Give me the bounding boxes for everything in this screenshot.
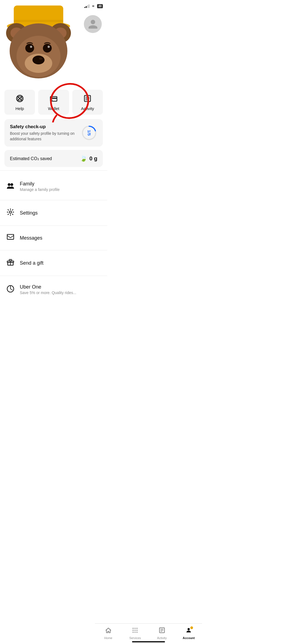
menu-list: Family Manage a family profile Settings: [0, 173, 107, 303]
menu-divider-1: [0, 200, 107, 200]
activity-icon: [84, 95, 91, 103]
battery-indicator: 40: [97, 4, 103, 8]
svg-point-32: [10, 183, 13, 186]
profile-avatar[interactable]: [84, 15, 102, 33]
wallet-button[interactable]: Wallet: [38, 90, 69, 115]
safety-card-description: Boost your safety profile by turning on …: [10, 131, 81, 142]
hero-area: [0, 0, 107, 85]
menu-item-send-gift[interactable]: Send a gift: [0, 253, 107, 273]
menu-divider-2: [0, 226, 107, 226]
send-gift-content: Send a gift: [20, 260, 43, 266]
co2-amount: 0 g: [89, 155, 97, 162]
section-divider: [0, 170, 107, 171]
uber-one-icon: [7, 285, 14, 294]
svg-point-11: [32, 56, 45, 64]
menu-item-messages[interactable]: Messages: [0, 228, 107, 248]
help-button[interactable]: Help: [4, 90, 35, 115]
family-sublabel: Manage a family profile: [20, 187, 60, 192]
svg-point-16: [48, 46, 50, 48]
status-bar: 40: [52, 0, 107, 12]
bear-illustration: [0, 0, 80, 81]
menu-divider-4: [0, 276, 107, 276]
uber-one-sublabel: Save 5% or more. Quality rides...: [20, 291, 76, 295]
settings-label: Settings: [20, 210, 38, 216]
svg-point-15: [30, 46, 32, 48]
svg-point-0: [93, 7, 93, 7]
progress-text: 1/5: [87, 130, 92, 136]
settings-content: Settings: [20, 210, 38, 216]
svg-point-31: [8, 183, 10, 186]
leaf-icon: 🍃: [80, 155, 87, 162]
uber-one-content: Uber One Save 5% or more. Quality rides.…: [20, 284, 76, 295]
family-label: Family: [20, 181, 60, 187]
safety-card-title: Safety check-up: [10, 124, 81, 130]
activity-button[interactable]: Activity: [72, 90, 103, 115]
activity-label: Activity: [81, 106, 94, 111]
wallet-label: Wallet: [48, 106, 59, 111]
safety-card-content: Safety check-up Boost your safety profil…: [10, 124, 81, 142]
wallet-icon: [50, 95, 57, 103]
svg-rect-34: [7, 234, 14, 239]
send-gift-label: Send a gift: [20, 260, 43, 266]
svg-point-14: [43, 44, 52, 53]
gift-icon: [7, 259, 14, 267]
help-label: Help: [15, 106, 24, 111]
safety-checkup-card[interactable]: Safety check-up Boost your safety profil…: [4, 119, 103, 147]
person-icon: [87, 19, 98, 30]
svg-rect-23: [50, 98, 57, 99]
menu-divider-3: [0, 250, 107, 250]
messages-icon: [7, 234, 14, 242]
help-icon: [16, 95, 24, 103]
co2-card: Estimated CO₂ saved 🍃 0 g: [4, 150, 103, 167]
svg-rect-3: [14, 20, 63, 22]
messages-label: Messages: [20, 235, 42, 241]
progress-ring: 1/5: [81, 125, 97, 141]
menu-item-uber-one[interactable]: Uber One Save 5% or more. Quality rides.…: [0, 278, 107, 301]
co2-label: Estimated CO₂ saved: [10, 156, 52, 161]
settings-icon: [7, 209, 14, 217]
svg-rect-22: [50, 97, 57, 101]
signal-icon: [84, 4, 89, 8]
svg-point-33: [9, 211, 12, 213]
messages-content: Messages: [20, 235, 42, 241]
family-content: Family Manage a family profile: [20, 181, 60, 192]
wifi-icon: [91, 4, 95, 8]
svg-rect-24: [51, 100, 53, 100]
menu-item-settings[interactable]: Settings: [0, 202, 107, 223]
svg-point-12: [39, 57, 42, 60]
svg-point-13: [25, 44, 34, 53]
uber-one-label: Uber One: [20, 284, 76, 290]
quick-actions-bar: Help Wallet Activity: [0, 85, 107, 119]
menu-item-family[interactable]: Family Manage a family profile: [0, 175, 107, 198]
co2-value: 🍃 0 g: [80, 155, 97, 162]
family-icon: [7, 183, 14, 190]
